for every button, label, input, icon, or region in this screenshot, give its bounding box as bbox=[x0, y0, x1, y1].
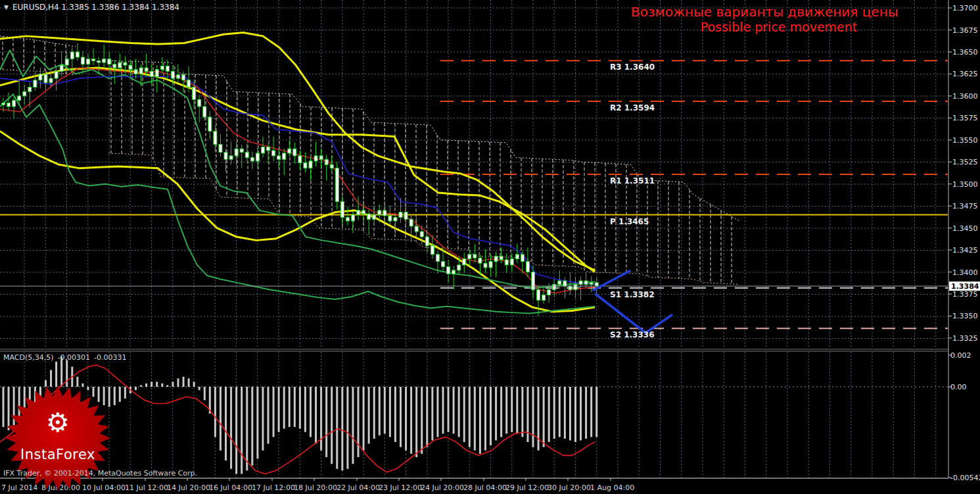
price-axis-label: 1.3325 bbox=[952, 334, 978, 343]
time-axis-label: 24 Jul 20:00 bbox=[421, 483, 464, 492]
mt4-chart-window: R3 1.3640R2 1.3594R1 1.3511P 1.3465S1 1.… bbox=[0, 0, 980, 494]
price-axis-label: 1.3625 bbox=[952, 70, 978, 78]
price-axis-label: 1.3650 bbox=[952, 48, 978, 57]
price-axis-label: 1.3475 bbox=[952, 202, 978, 210]
time-axis-label: 1 Aug 04:00 bbox=[590, 483, 634, 492]
symbol-quote-label: EURUSD,H4 1.3385 1.3386 1.3384 1.3384 bbox=[12, 3, 179, 12]
symbol-info-bar[interactable]: ▼EURUSD,H4 1.3385 1.3386 1.3384 1.3384 bbox=[4, 3, 179, 12]
pivot-label-r2: R2 1.3594 bbox=[610, 103, 655, 112]
time-axis-label: 23 Jul 12:00 bbox=[379, 483, 422, 492]
price-axis-label: 1.3425 bbox=[952, 246, 978, 255]
macd-axis-label: 0.00 bbox=[950, 383, 967, 391]
kijun-line bbox=[0, 76, 595, 284]
logo-starburst bbox=[5, 385, 110, 491]
bollinger-lower bbox=[0, 131, 595, 311]
time-axis-label: 22 Jul 04:00 bbox=[337, 483, 380, 492]
bollinger-middle bbox=[0, 68, 595, 272]
time-axis-label: 11 Jul 12:00 bbox=[125, 483, 168, 492]
price-axis-label: 1.3350 bbox=[952, 312, 978, 320]
time-axis-label: 14 Jul 20:00 bbox=[167, 483, 210, 492]
price-axis-label: 1.3375 bbox=[952, 290, 978, 299]
gear-icon: ⚙ bbox=[46, 407, 70, 437]
price-axis-label: 1.3400 bbox=[952, 268, 978, 277]
macd-axis-label: 0.002 bbox=[950, 351, 971, 360]
pivot-label-r1: R1 1.3511 bbox=[610, 176, 655, 185]
pivot-label-p: P 1.3465 bbox=[610, 217, 649, 226]
time-axis-label: 29 Jul 12:00 bbox=[505, 483, 549, 492]
pivot-label-s1: S1 1.3382 bbox=[610, 290, 654, 299]
price-axis-label: 1.3450 bbox=[952, 224, 978, 233]
instaforex-logo: ⚙InstaForex bbox=[5, 385, 110, 491]
current-price-badge-text: 1.3384 bbox=[951, 282, 979, 291]
price-chart-canvas[interactable]: R3 1.3640R2 1.3594R1 1.3511P 1.3465S1 1.… bbox=[0, 0, 980, 494]
logo-brand-text: InstaForex bbox=[20, 447, 95, 462]
price-axis-label: 1.3500 bbox=[952, 180, 978, 189]
time-axis-label: 30 Jul 20:00 bbox=[548, 483, 591, 492]
price-axis-label: 1.3700 bbox=[952, 4, 978, 12]
pivot-label-r3: R3 1.3640 bbox=[610, 62, 655, 72]
envelope-upper bbox=[0, 50, 595, 287]
price-axis-label: 1.3550 bbox=[952, 136, 978, 145]
time-axis-label: 10 Jul 04:00 bbox=[82, 483, 126, 492]
time-axis-label: 7 Jul 2014 bbox=[1, 483, 37, 492]
forecast-up bbox=[594, 271, 630, 290]
macd-axis-label: -0.00542 bbox=[950, 474, 980, 482]
price-axis: 1.37001.36751.36501.36251.36001.35751.35… bbox=[948, 4, 980, 482]
symbol-dropdown-icon[interactable]: ▼ bbox=[4, 4, 9, 11]
time-axis-label: 17 Jul 12:00 bbox=[252, 483, 295, 492]
time-axis-label: 18 Jul 20:00 bbox=[294, 483, 337, 492]
price-axis-label: 1.3675 bbox=[952, 26, 978, 35]
candlesticks bbox=[2, 43, 599, 316]
price-axis-label: 1.3525 bbox=[952, 158, 978, 166]
price-axis-label: 1.3575 bbox=[952, 114, 978, 122]
pivot-label-s2: S2 1.3336 bbox=[610, 330, 654, 339]
price-axis-label: 1.3600 bbox=[952, 92, 978, 101]
time-axis-label: 16 Jul 04:00 bbox=[209, 483, 252, 492]
time-axis: 7 Jul 20148 Jul 20:0010 Jul 04:0011 Jul … bbox=[1, 478, 634, 492]
time-axis-label: 28 Jul 04:00 bbox=[463, 483, 507, 492]
